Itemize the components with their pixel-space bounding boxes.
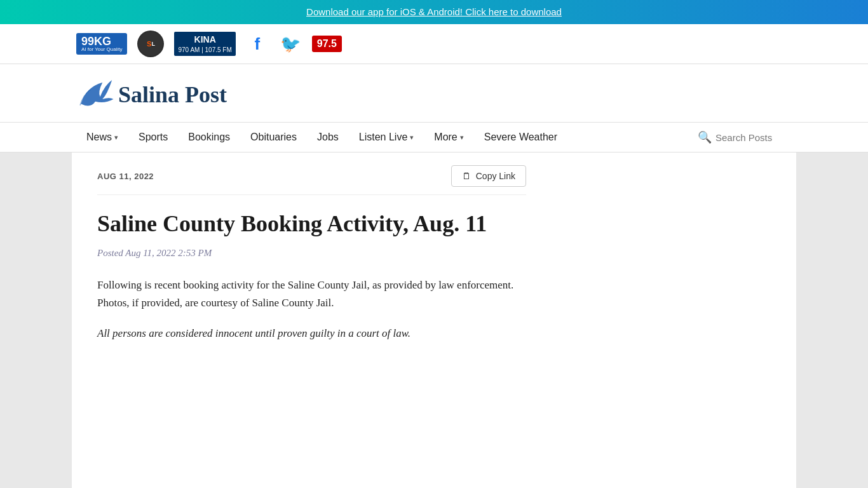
site-title: Salina Post (118, 81, 227, 108)
article-paragraph-2: All persons are considered innocent unti… (97, 325, 526, 342)
copy-link-button[interactable]: 🗒 Copy Link (451, 165, 526, 187)
logo-kina[interactable]: KINA 970 AM | 107.5 FM (174, 32, 235, 55)
twitter-logo[interactable]: 🐦 (279, 32, 302, 55)
facebook-logo[interactable]: f (246, 32, 269, 55)
article-date: AUG 11, 2022 (97, 172, 154, 181)
chevron-down-icon: ▾ (114, 133, 118, 142)
nav-item-bookings[interactable]: Bookings (178, 123, 240, 152)
chevron-down-icon: ▾ (410, 133, 414, 142)
chevron-down-icon: ▾ (460, 133, 464, 142)
site-header: Salina Post (0, 64, 868, 122)
sidebar (552, 152, 742, 355)
logo-975[interactable]: 97.5 (312, 36, 342, 52)
copy-icon: 🗒 (462, 171, 471, 181)
article-column: AUG 11, 2022 🗒 Copy Link Saline County B… (72, 152, 552, 355)
article-paragraph-1: Following is recent booking activity for… (97, 276, 526, 312)
nav-item-sports[interactable]: Sports (128, 123, 178, 152)
nav-item-jobs[interactable]: Jobs (307, 123, 349, 152)
article-area: AUG 11, 2022 🗒 Copy Link Saline County B… (72, 152, 552, 342)
nav-item-news[interactable]: News ▾ (76, 123, 128, 152)
nav-item-listen-live[interactable]: Listen Live ▾ (349, 123, 424, 152)
logo-99kg[interactable]: 99KG AI for Your Quality (76, 33, 127, 55)
search-icon[interactable]: 🔍 (698, 130, 712, 144)
site-logo[interactable]: Salina Post (76, 77, 227, 112)
nav-bar: News ▾ Sports Bookings Obituaries Jobs L… (0, 122, 868, 152)
app-download-link[interactable]: Download our app for iOS & Android! Clic… (306, 6, 562, 17)
article-posted-date: Posted Aug 11, 2022 2:53 PM (97, 248, 526, 259)
article-meta: AUG 11, 2022 🗒 Copy Link (97, 152, 526, 195)
top-banner: Download our app for iOS & Android! Clic… (0, 0, 868, 24)
article-body: Following is recent booking activity for… (97, 276, 526, 342)
article-title: Saline County Booking Activity, Aug. 11 (97, 210, 526, 238)
logo-bar: 99KG AI for Your Quality SL KINA 970 AM … (0, 24, 868, 64)
search-input[interactable] (715, 132, 792, 143)
nav-item-obituaries[interactable]: Obituaries (240, 123, 307, 152)
nav-item-severe-weather[interactable]: Severe Weather (474, 123, 567, 152)
main-wrapper: AUG 11, 2022 🗒 Copy Link Saline County B… (72, 152, 796, 488)
site-bird-icon (76, 77, 114, 112)
logo-circle[interactable]: SL (137, 30, 164, 57)
search-area: 🔍 (698, 125, 792, 149)
nav-item-more[interactable]: More ▾ (424, 123, 473, 152)
